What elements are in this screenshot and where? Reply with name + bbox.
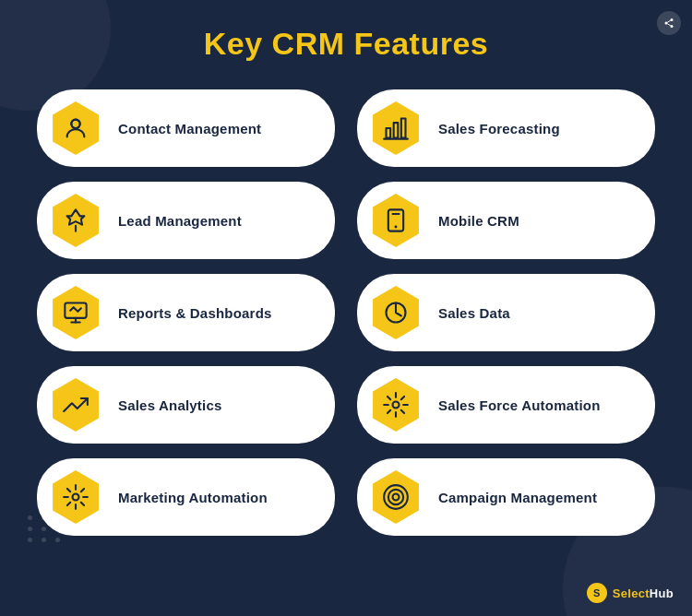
- lead-management-icon-wrapper: [46, 191, 105, 250]
- svg-point-21: [393, 494, 400, 501]
- reports-dashboards-hex-bg: [49, 286, 102, 339]
- feature-card-campaign-management: Campaign Management: [357, 458, 655, 536]
- sales-data-label: Sales Data: [438, 305, 510, 321]
- marketing-automation-label: Marketing Automation: [118, 490, 268, 505]
- svg-point-20: [73, 494, 79, 501]
- main-container: Key CRM Features Contact ManagementSales…: [0, 0, 692, 554]
- sales-force-automation-icon-wrapper: [366, 375, 425, 434]
- svg-point-6: [71, 120, 79, 128]
- lead-management-hex-bg: [49, 194, 102, 247]
- sales-analytics-hex-bg: [49, 378, 102, 432]
- sales-analytics-label: Sales Analytics: [118, 397, 222, 413]
- feature-card-mobile-crm: Mobile CRM: [357, 182, 655, 259]
- feature-card-marketing-automation: Marketing Automation: [37, 458, 335, 536]
- feature-card-sales-force-automation: Sales Force Automation: [357, 366, 655, 444]
- contact-management-icon-wrapper: [46, 99, 105, 158]
- svg-rect-9: [401, 119, 406, 138]
- sales-data-icon-wrapper: [366, 283, 425, 342]
- brand-logo: S SelectHub: [587, 583, 674, 603]
- svg-rect-7: [387, 128, 391, 138]
- svg-rect-8: [394, 123, 399, 137]
- svg-point-19: [393, 402, 400, 409]
- mobile-crm-label: Mobile CRM: [438, 213, 519, 229]
- sales-data-hex-bg: [369, 286, 423, 339]
- marketing-automation-icon-wrapper: [46, 468, 105, 527]
- contact-management-label: Contact Management: [118, 121, 261, 136]
- contact-management-hex-bg: [49, 101, 102, 155]
- feature-card-sales-analytics: Sales Analytics: [37, 366, 335, 444]
- campaign-management-hex-bg: [369, 470, 423, 524]
- sales-forecasting-icon-wrapper: [366, 99, 425, 158]
- feature-card-sales-forecasting: Sales Forecasting: [357, 89, 655, 167]
- campaign-management-icon-wrapper: [366, 468, 425, 527]
- feature-card-contact-management: Contact Management: [37, 89, 335, 167]
- feature-card-reports-dashboards: Reports & Dashboards: [37, 274, 335, 351]
- feature-card-sales-data: Sales Data: [357, 274, 655, 351]
- svg-point-22: [388, 490, 403, 504]
- feature-card-lead-management: Lead Management: [37, 182, 335, 259]
- page-title: Key CRM Features: [37, 26, 655, 62]
- reports-dashboards-icon-wrapper: [46, 283, 105, 342]
- reports-dashboards-label: Reports & Dashboards: [118, 305, 272, 321]
- brand-name: SelectHub: [613, 586, 674, 600]
- sales-forecasting-label: Sales Forecasting: [438, 121, 560, 136]
- sales-analytics-icon-wrapper: [46, 375, 105, 434]
- lead-management-label: Lead Management: [118, 213, 242, 229]
- mobile-crm-icon-wrapper: [366, 191, 425, 250]
- features-grid: Contact ManagementSales ForecastingLead …: [37, 89, 655, 536]
- sales-force-automation-label: Sales Force Automation: [438, 397, 601, 413]
- mobile-crm-hex-bg: [369, 194, 423, 247]
- sales-force-automation-hex-bg: [369, 378, 423, 432]
- campaign-management-label: Campaign Management: [438, 490, 597, 505]
- brand-icon: S: [587, 583, 607, 603]
- sales-forecasting-hex-bg: [369, 101, 423, 155]
- marketing-automation-hex-bg: [49, 470, 102, 524]
